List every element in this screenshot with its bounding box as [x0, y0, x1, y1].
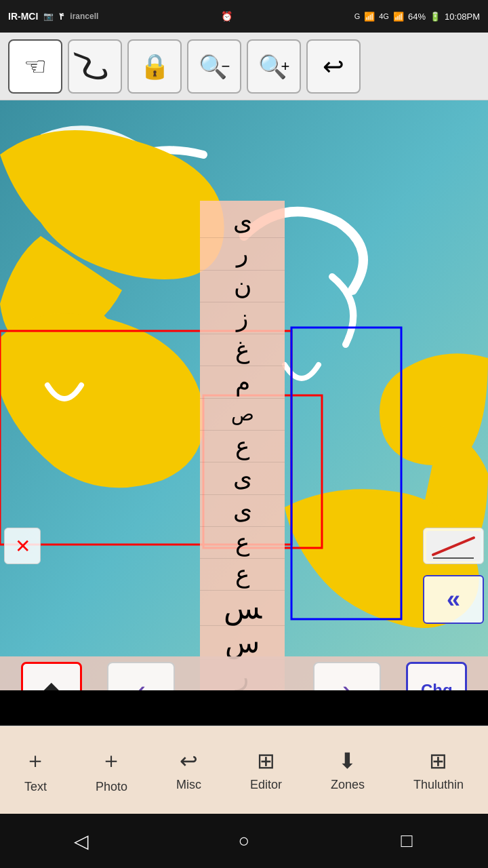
diamond-icon: ◆	[42, 676, 61, 690]
signal-bars: 📶	[364, 12, 375, 22]
lock-tool-button[interactable]: 🔒	[127, 39, 182, 94]
prev-char-button[interactable]: ‹	[107, 662, 175, 690]
stroke-icon	[426, 531, 481, 561]
text-tab-icon: ＋	[24, 746, 46, 776]
chg-button[interactable]: Chg	[406, 662, 467, 690]
character-nav-row: ◆ ‹ › Chg	[0, 656, 488, 690]
back-button[interactable]: ◁	[61, 821, 102, 861]
status-center: ⏰	[221, 11, 232, 22]
double-left-arrow-icon: «	[447, 585, 460, 614]
tab-misc[interactable]: ↩ Misc	[176, 748, 201, 792]
char-item[interactable]: ع	[200, 559, 285, 591]
chg-label: Chg	[421, 681, 453, 690]
tab-photo[interactable]: ＋ Photo	[96, 746, 127, 794]
zones-tab-label: Zones	[331, 778, 365, 792]
back-icon: ◁	[74, 830, 89, 852]
toolbar: ☜ ک 🔒 🔍− 🔍+ ↩	[0, 33, 488, 100]
misc-tab-label: Misc	[176, 778, 201, 792]
recent-icon: □	[401, 830, 413, 852]
signal-4g: 4G	[379, 12, 389, 20]
signal-bars2: 📶	[393, 12, 404, 22]
battery-percent: 64%	[408, 12, 426, 22]
time: 10:08PM	[445, 12, 480, 22]
editor-tab-label: Editor	[250, 778, 282, 792]
status-carrier: IR-MCI 📷 ۴ irancell	[8, 11, 98, 22]
editor-tab-icon: ⊞	[257, 748, 275, 774]
signal-g: G	[354, 12, 361, 20]
canvas-area[interactable]: ی ر ن ز غ م ص ع ى ی ﻉ ع ﺲ ﺱ ر ز ✕ « ◆	[0, 100, 488, 690]
battery-icon: 🔋	[430, 12, 441, 22]
photo-tab-icon: ＋	[100, 746, 122, 776]
home-button[interactable]: ○	[224, 821, 264, 861]
thuluthin-tab-icon: ⊞	[429, 748, 447, 774]
char-item[interactable]: غ	[200, 334, 285, 366]
tab-thuluthin[interactable]: ⊞ Thuluthin	[413, 748, 464, 792]
char-item[interactable]: ص	[200, 399, 285, 431]
stroke-button[interactable]	[423, 528, 484, 564]
tab-text[interactable]: ＋ Text	[24, 746, 47, 794]
system-nav-bar: ◁ ○ □	[0, 814, 488, 868]
zoom-out-button[interactable]: 🔍−	[187, 39, 241, 94]
misc-tab-icon: ↩	[180, 748, 198, 774]
status-right: G 📶 4G 📶 64% 🔋 10:08PM	[354, 12, 480, 22]
thuluthin-tab-label: Thuluthin	[413, 778, 464, 792]
double-left-arrow-button[interactable]: «	[423, 575, 484, 624]
char-item[interactable]: ی	[200, 206, 285, 238]
char-item[interactable]: م	[200, 366, 285, 398]
char-item[interactable]: ى	[200, 462, 285, 494]
zones-tab-icon: ⬇	[338, 748, 357, 774]
right-arrow-icon: ›	[342, 673, 352, 690]
home-icon: ○	[239, 830, 250, 852]
diamond-button[interactable]: ◆	[21, 662, 82, 690]
alarm-icon: ⏰	[221, 11, 232, 22]
tab-bar: ＋ Text ＋ Photo ↩ Misc ⊞ Editor ⬇ Zones ⊞…	[0, 726, 488, 814]
char-item[interactable]: ر	[200, 238, 285, 270]
numeral: ۴	[59, 11, 64, 22]
delete-icon: ✕	[15, 535, 30, 557]
left-arrow-icon: ‹	[136, 673, 146, 690]
delete-button[interactable]: ✕	[4, 528, 41, 564]
char-item[interactable]: ﺲ	[200, 591, 285, 626]
text-tab-label: Text	[24, 780, 47, 794]
zoom-in-button[interactable]: 🔍+	[247, 39, 301, 94]
undo-button[interactable]: ↩	[306, 39, 361, 94]
status-bar: IR-MCI 📷 ۴ irancell ⏰ G 📶 4G 📶 64% 🔋 10:…	[0, 0, 488, 33]
carrier-name: IR-MCI	[8, 11, 38, 22]
carrier-icon: 📷	[43, 12, 54, 21]
photo-tab-label: Photo	[96, 780, 127, 794]
sub-carrier: irancell	[70, 12, 98, 21]
cursor-tool-button[interactable]: ک	[68, 39, 122, 94]
char-item[interactable]: ع	[200, 431, 285, 462]
recent-apps-button[interactable]: □	[386, 821, 427, 861]
char-item[interactable]: ﺱ	[200, 626, 285, 660]
char-item[interactable]: ی	[200, 495, 285, 527]
next-char-button[interactable]: ›	[313, 662, 381, 690]
lock-icon: 🔒	[140, 52, 170, 81]
undo-icon: ↩	[323, 52, 344, 81]
char-item[interactable]: ﻉ	[200, 527, 285, 559]
char-item[interactable]: ز	[200, 302, 285, 334]
char-item[interactable]: ن	[200, 271, 285, 302]
tab-zones[interactable]: ⬇ Zones	[331, 748, 365, 792]
character-panel[interactable]: ی ر ن ز غ م ص ع ى ی ﻉ ع ﺲ ﺱ ر ز	[200, 201, 285, 690]
hand-tool-button[interactable]: ☜	[8, 39, 62, 94]
tab-editor[interactable]: ⊞ Editor	[250, 748, 282, 792]
